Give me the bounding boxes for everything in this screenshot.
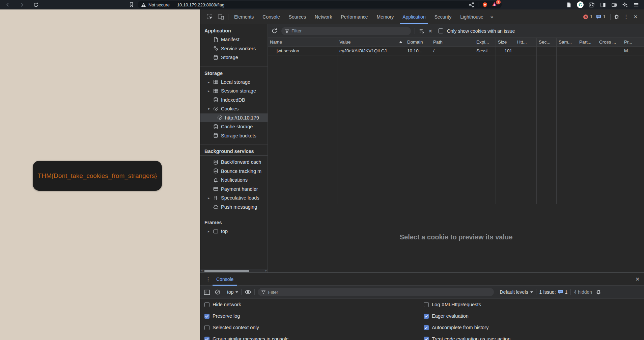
column-header-expi[interactable]: Expi... (474, 38, 496, 47)
more-tabs-icon[interactable]: » (488, 14, 496, 20)
cookie-cell-sec[interactable] (537, 47, 556, 55)
scrollbar-thumb[interactable] (204, 270, 249, 272)
cookie-cell-htt[interactable] (515, 47, 536, 55)
security-label[interactable]: Not secure (148, 2, 170, 7)
column-header-value[interactable]: Value (337, 38, 405, 47)
checkbox-unchecked[interactable] (204, 325, 209, 330)
sidebar-item-storage[interactable]: Storage (200, 53, 268, 62)
cookie-cell-part[interactable] (577, 47, 597, 55)
checkbox-unchecked[interactable] (424, 302, 429, 307)
checkbox-unchecked[interactable] (204, 302, 209, 307)
sidebar-item-notifications[interactable]: Notifications (200, 176, 268, 185)
cookie-cell-pr[interactable]: M... (622, 47, 644, 55)
settings-gear-icon[interactable] (612, 9, 621, 24)
delete-cookie-icon[interactable]: ✕ (428, 28, 432, 34)
cookie-filter-input[interactable] (291, 28, 408, 33)
error-badge[interactable]: 1 (583, 14, 593, 20)
console-sidebar-icon[interactable] (204, 289, 210, 295)
tab-application[interactable]: Application (398, 9, 430, 24)
cookie-cell-cross[interactable] (597, 47, 622, 55)
url-text[interactable]: 10.10.179.223:8089/flag (177, 2, 469, 7)
brave-shield-icon[interactable] (482, 2, 488, 8)
setting-selected-context-only[interactable]: Selected context only (204, 322, 289, 333)
column-header-sec[interactable]: Sec... (537, 38, 556, 47)
tab-memory[interactable]: Memory (372, 9, 398, 24)
sidebar-item-storage-buckets[interactable]: Storage buckets (200, 131, 268, 140)
clear-cookies-icon[interactable] (419, 28, 425, 34)
leo-ai-icon[interactable] (622, 2, 628, 8)
hamburger-menu-icon[interactable] (633, 2, 639, 8)
clear-console-icon[interactable] (215, 289, 221, 295)
device-toolbar-icon[interactable] (215, 9, 227, 24)
chevron-expanded-icon[interactable]: ▾ (208, 107, 213, 111)
reload-icon[interactable] (33, 2, 39, 8)
tab-network[interactable]: Network (310, 9, 336, 24)
setting-autocomplete-from-history[interactable]: Autocomplete from history (424, 322, 510, 333)
chevron-collapsed-icon[interactable]: ▸ (208, 196, 213, 200)
column-header-name[interactable]: Name (268, 38, 337, 47)
tab-lighthouse[interactable]: Lighthouse (456, 9, 488, 24)
sidebar-item-indexeddb[interactable]: IndexedDB (200, 96, 268, 105)
puzzle-extensions-icon[interactable] (589, 2, 595, 8)
checkbox-checked[interactable] (424, 325, 429, 330)
forward-icon[interactable] (19, 2, 25, 8)
horizontal-scrollbar[interactable]: ◂ ▸ (200, 269, 268, 272)
tab-sources[interactable]: Sources (284, 9, 310, 24)
close-drawer-icon[interactable]: ✕ (635, 276, 640, 282)
checkbox-checked[interactable] (424, 314, 429, 319)
column-header-htt[interactable]: Htt... (515, 38, 536, 47)
column-header-part[interactable]: Part... (577, 38, 597, 47)
sidebar-item-manifest[interactable]: Manifest (200, 35, 268, 44)
bookmark-icon[interactable] (129, 2, 134, 7)
document-extension-icon[interactable] (566, 2, 572, 8)
sidebar-item-local-storage[interactable]: ▸Local storage (200, 78, 268, 87)
tab-security[interactable]: Security (430, 9, 456, 24)
cookie-cell-sam[interactable] (557, 47, 577, 55)
context-selector[interactable]: top (227, 289, 238, 295)
sidebar-item-speculative-loads[interactable]: ▸Speculative loads (200, 193, 268, 203)
sidebar-item-service-workers[interactable]: Service workers (200, 44, 268, 53)
tab-elements[interactable]: Elements (230, 9, 258, 24)
sidebar-item-cache-storage[interactable]: Cache storage (200, 122, 268, 131)
drawer-kebab-icon[interactable]: ⋮ (204, 276, 213, 282)
column-header-sam[interactable]: Sam... (557, 38, 577, 47)
checkbox-checked[interactable] (204, 337, 209, 340)
cookie-cell-value[interactable]: eyJ0eXAiOiJKV1QiLCJ... (337, 47, 405, 55)
cookie-cell-name[interactable]: jwt-session (268, 47, 337, 55)
checkbox-checked[interactable] (204, 314, 209, 319)
tab-performance[interactable]: Performance (336, 9, 372, 24)
chevron-collapsed-icon[interactable]: ▸ (208, 89, 213, 93)
column-header-size[interactable]: Size (496, 38, 515, 47)
back-icon[interactable] (5, 2, 11, 8)
wallet-icon[interactable] (611, 2, 617, 8)
cookie-cell-domain[interactable]: 10.10.... (405, 47, 431, 55)
chevron-collapsed-icon[interactable]: ▸ (208, 80, 213, 84)
checkbox-checked[interactable] (424, 337, 429, 340)
brave-rewards-icon[interactable]: 1 (492, 1, 498, 8)
scroll-left-arrow[interactable]: ◂ (201, 269, 202, 272)
scroll-right-arrow[interactable]: ▸ (265, 269, 267, 272)
sidebar-item-cookies[interactable]: ▾Cookies (200, 104, 268, 113)
sidebar-item-top[interactable]: ▸top (200, 227, 268, 236)
split-panel-icon[interactable] (600, 2, 606, 8)
column-header-path[interactable]: Path (431, 38, 474, 47)
only-issue-checkbox[interactable] (438, 28, 443, 33)
setting-group-similar-messages-in-console[interactable]: Group similar messages in console (204, 333, 289, 340)
refresh-icon[interactable] (271, 28, 278, 34)
kebab-menu-icon[interactable]: ⋮ (621, 9, 631, 24)
sidebar-item-push-messaging[interactable]: Push messaging (200, 203, 268, 212)
tab-console-drawer[interactable]: Console (213, 273, 237, 286)
cookie-cell-size[interactable]: 101 (496, 47, 515, 55)
cookie-cell-path[interactable]: / (431, 47, 474, 55)
sidebar-item-session-storage[interactable]: ▸Session storage (200, 86, 268, 96)
cookie-cell-expi[interactable]: Sessi... (474, 47, 496, 55)
setting-eager-evaluation[interactable]: Eager evaluation (424, 310, 510, 322)
issues-counter[interactable]: 1 Issue: 1 (539, 289, 568, 295)
chevron-collapsed-icon[interactable]: ▸ (208, 229, 213, 233)
live-expression-eye-icon[interactable] (245, 289, 251, 295)
sidebar-item-back-forward-cach[interactable]: Back/forward cach (200, 158, 268, 167)
inspect-element-icon[interactable] (204, 9, 215, 24)
address-bar[interactable]: Not secure 10.10.179.223:8089/flag 1 (138, 1, 502, 8)
log-levels-selector[interactable]: Default levels (500, 289, 533, 295)
setting-preserve-log[interactable]: Preserve log (204, 310, 289, 322)
